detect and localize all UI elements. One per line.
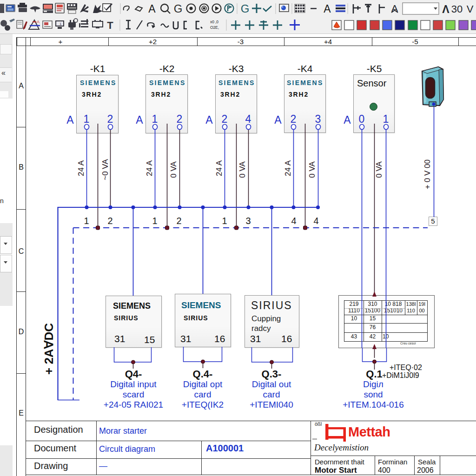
- svg-text:A: A: [37, 20, 40, 24]
- svg-text:Λ: Λ: [442, 3, 450, 15]
- svg-text:30: 30: [451, 3, 463, 15]
- svg-text:A: A: [148, 3, 156, 15]
- svg-text:x0: x0: [210, 20, 214, 24]
- svg-text:1: 1: [60, 22, 62, 26]
- svg-text:E,: E,: [215, 25, 219, 30]
- svg-text:A: A: [324, 3, 331, 15]
- svg-text:G: G: [241, 2, 250, 15]
- svg-text:,0: ,0: [215, 20, 218, 24]
- svg-text:G: G: [174, 2, 183, 15]
- svg-text:O2: O2: [210, 25, 216, 30]
- svg-text:V: V: [467, 3, 474, 15]
- svg-text:T: T: [107, 20, 113, 31]
